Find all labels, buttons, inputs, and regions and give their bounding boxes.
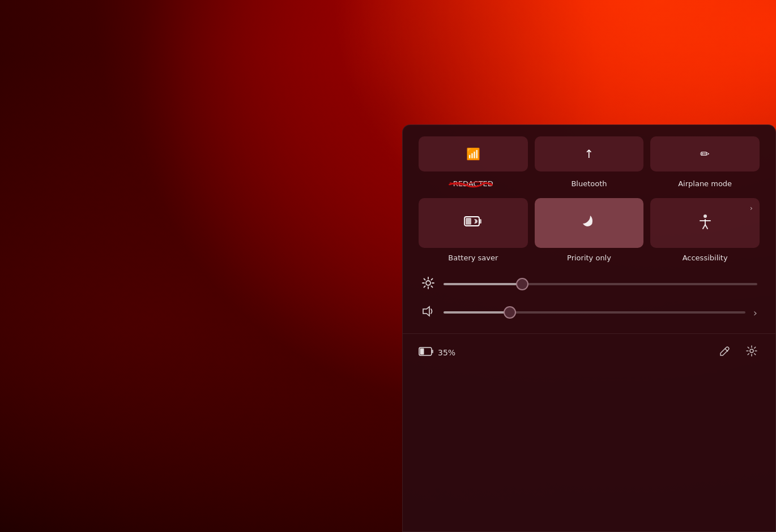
pen-button[interactable]: ✏ bbox=[650, 136, 760, 171]
bottom-bar: 35% bbox=[403, 333, 775, 371]
pen-icon: ✏ bbox=[700, 147, 710, 161]
svg-marker-17 bbox=[423, 307, 429, 316]
battery-info: 35% bbox=[419, 347, 455, 358]
battery-saver-button[interactable] bbox=[419, 198, 528, 248]
volume-expand-icon[interactable]: › bbox=[753, 307, 757, 319]
volume-slider[interactable] bbox=[444, 307, 745, 318]
volume-track bbox=[444, 311, 745, 314]
brightness-slider[interactable] bbox=[444, 278, 757, 290]
svg-line-15 bbox=[431, 279, 432, 280]
svg-line-21 bbox=[725, 349, 728, 351]
bluetooth-label-cell: Bluetooth bbox=[535, 178, 644, 189]
volume-slider-row: › bbox=[421, 305, 757, 320]
brightness-track bbox=[444, 283, 757, 285]
battery-percent: 35% bbox=[438, 348, 455, 357]
settings-button[interactable] bbox=[744, 343, 760, 362]
airplane-mode-label: Airplane mode bbox=[678, 179, 732, 188]
volume-icon bbox=[421, 305, 436, 320]
brightness-icon bbox=[421, 277, 436, 291]
cast-icon: ↑ bbox=[585, 147, 594, 161]
priority-only-label: Priority only bbox=[567, 254, 611, 262]
brightness-fill bbox=[444, 283, 522, 285]
svg-point-8 bbox=[426, 281, 430, 285]
svg-line-13 bbox=[424, 279, 425, 280]
battery-saver-label-cell: Battery saver bbox=[419, 252, 528, 263]
svg-line-14 bbox=[431, 286, 432, 287]
top-partial-button-row: 📶 ↑ ✏ bbox=[419, 136, 760, 171]
svg-line-16 bbox=[424, 286, 425, 287]
accessibility-label: Accessibility bbox=[683, 254, 728, 262]
wifi-button[interactable]: 📶 bbox=[419, 136, 528, 171]
sliders-section: › bbox=[419, 277, 760, 320]
volume-thumb[interactable] bbox=[504, 306, 516, 319]
svg-rect-20 bbox=[420, 348, 424, 354]
main-button-row: › bbox=[419, 198, 760, 248]
accessibility-icon bbox=[697, 213, 713, 231]
svg-rect-1 bbox=[479, 219, 481, 224]
priority-only-icon bbox=[581, 213, 597, 231]
svg-line-7 bbox=[705, 225, 707, 229]
edit-button[interactable] bbox=[717, 343, 732, 362]
top-label-row: REDACTED Bluetooth Airplane mode bbox=[419, 178, 760, 189]
wifi-label: REDACTED bbox=[453, 179, 493, 188]
accessibility-arrow-icon: › bbox=[750, 204, 753, 212]
battery-saver-icon bbox=[464, 214, 482, 230]
brightness-slider-row bbox=[421, 277, 757, 291]
accessibility-button[interactable]: › bbox=[650, 198, 760, 248]
svg-rect-19 bbox=[432, 350, 433, 353]
cast-button[interactable]: ↑ bbox=[535, 136, 644, 171]
battery-icon bbox=[419, 347, 433, 358]
airplane-mode-label-cell: Airplane mode bbox=[650, 178, 760, 189]
bluetooth-label: Bluetooth bbox=[571, 179, 607, 188]
priority-only-button[interactable] bbox=[535, 198, 644, 248]
battery-saver-label: Battery saver bbox=[448, 254, 498, 262]
svg-point-3 bbox=[703, 214, 707, 218]
wifi-label-cell: REDACTED bbox=[419, 178, 528, 189]
svg-point-22 bbox=[750, 349, 753, 353]
wifi-icon: 📶 bbox=[466, 147, 480, 161]
bottom-actions bbox=[717, 343, 760, 362]
volume-fill bbox=[444, 311, 510, 314]
svg-line-6 bbox=[703, 225, 705, 229]
svg-rect-2 bbox=[466, 218, 471, 225]
brightness-thumb[interactable] bbox=[516, 278, 528, 290]
accessibility-label-cell: Accessibility bbox=[650, 252, 760, 263]
main-label-row: Battery saver Priority only Accessibilit… bbox=[419, 252, 760, 263]
priority-only-label-cell: Priority only bbox=[535, 252, 644, 263]
quick-settings-panel: 📶 ↑ ✏ REDACTED bbox=[402, 125, 776, 532]
